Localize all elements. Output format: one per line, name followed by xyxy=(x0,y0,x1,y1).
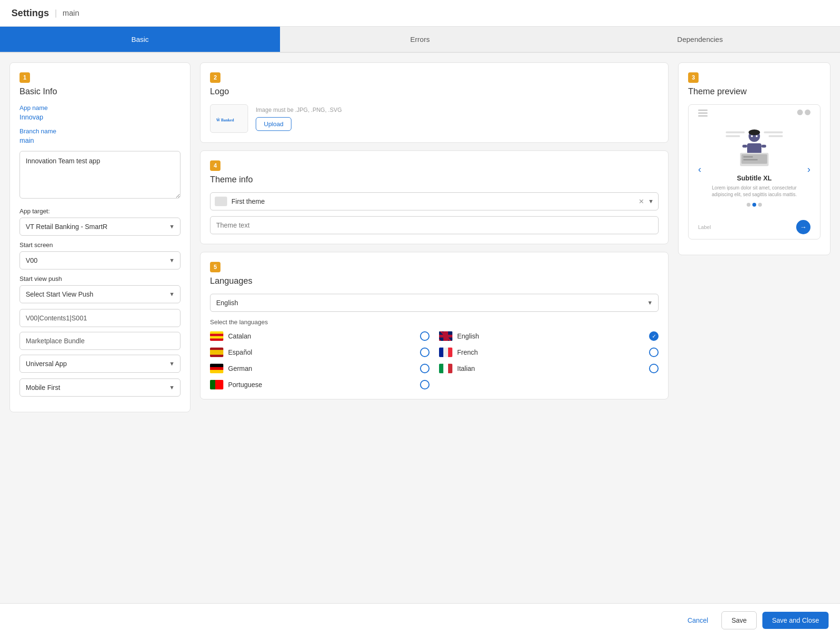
branch-name-value: main xyxy=(20,137,180,144)
preview-dot-2 xyxy=(752,203,756,207)
preview-text: Lorem ipsum dolor sit amet, consectetur … xyxy=(706,185,803,198)
language-select[interactable]: English xyxy=(210,294,659,312)
section-badge-2: 2 xyxy=(210,72,220,83)
description-textarea[interactable]: Innovation Team test app xyxy=(20,151,180,199)
mobile-first-wrapper: Mobile First ▼ xyxy=(20,378,180,397)
field2-input[interactable] xyxy=(20,332,180,350)
preview-circle-icon2 xyxy=(805,109,810,115)
flag-french xyxy=(439,348,452,357)
header-branch: main xyxy=(63,9,80,18)
lang-french-label: French xyxy=(457,348,644,356)
section-title-1: Basic Info xyxy=(20,87,180,97)
preview-next-button[interactable]: → xyxy=(796,220,810,234)
preview-menu-icon xyxy=(698,109,708,118)
upload-button[interactable]: Upload xyxy=(256,117,291,131)
theme-preview-container: ‹ xyxy=(688,104,820,239)
list-item: German xyxy=(210,364,430,373)
app-target-select[interactable]: VT Retail Banking - SmartR xyxy=(20,218,180,236)
tab-dependencies[interactable]: Dependencies xyxy=(560,27,840,52)
flag-catalan xyxy=(210,331,223,341)
preview-subtitle: Subtitle XL xyxy=(737,174,771,182)
preview-next-arrow-icon[interactable]: › xyxy=(807,164,810,175)
svg-rect-2 xyxy=(726,135,740,137)
start-screen-select[interactable]: V00 xyxy=(20,251,180,269)
logo-hint: Image must be .JPG, .PNG, .SVG xyxy=(256,107,342,113)
section-title-2: Logo xyxy=(210,87,659,97)
lang-catalan-radio[interactable] xyxy=(420,331,430,341)
lang-english-radio[interactable] xyxy=(649,331,659,341)
app-name-label: App name xyxy=(20,104,180,111)
preview-label: Label xyxy=(698,224,711,230)
theme-icon xyxy=(215,197,227,206)
app-target-wrapper: VT Retail Banking - SmartR ▼ xyxy=(20,218,180,236)
svg-rect-15 xyxy=(743,159,758,160)
svg-rect-14 xyxy=(743,156,753,158)
svg-rect-3 xyxy=(764,131,783,133)
flag-italian xyxy=(439,364,452,373)
languages-card: 5 Languages English ▼ Select the languag… xyxy=(200,252,669,399)
save-button[interactable]: Save xyxy=(721,611,757,629)
footer: Cancel Save Save and Close xyxy=(0,603,840,637)
language-dropdown-wrapper: English ▼ xyxy=(210,294,659,312)
left-column: 1 Basic Info App name Innovap Branch nam… xyxy=(10,62,190,594)
lang-portuguese-radio[interactable] xyxy=(420,380,430,389)
section-badge-1: 1 xyxy=(20,72,30,83)
lang-german-radio[interactable] xyxy=(420,364,430,373)
start-screen-wrapper: V00 ▼ xyxy=(20,251,180,269)
universal-app-select[interactable]: Universal App xyxy=(20,355,180,373)
cancel-button[interactable]: Cancel xyxy=(680,612,716,629)
svg-rect-1 xyxy=(726,131,745,133)
tab-basic[interactable]: Basic xyxy=(0,27,280,52)
svg-rect-9 xyxy=(747,143,761,154)
lang-french-radio[interactable] xyxy=(649,348,659,357)
theme-select[interactable]: First theme xyxy=(210,192,659,210)
middle-column: 2 Logo Ŵ Banked Image must be .JPG, .PNG… xyxy=(200,62,669,594)
svg-rect-4 xyxy=(769,135,783,137)
tab-errors[interactable]: Errors xyxy=(280,27,560,52)
theme-text-input[interactable] xyxy=(210,216,659,234)
list-item: Italian xyxy=(439,364,659,373)
logo-card: 2 Logo Ŵ Banked Image must be .JPG, .PNG… xyxy=(200,62,669,143)
lang-portuguese-label: Portuguese xyxy=(228,381,415,388)
section-badge-5: 5 xyxy=(210,262,220,272)
preview-top-icons xyxy=(693,109,815,118)
theme-clear-icon[interactable]: ✕ xyxy=(639,198,644,205)
preview-right-icons xyxy=(797,109,810,118)
section-badge-4: 4 xyxy=(210,160,220,171)
logo-upload-area: Ŵ Banked Image must be .JPG, .PNG, .SVG … xyxy=(210,104,659,133)
language-arrow-icon: ▼ xyxy=(647,299,653,306)
lang-catalan-label: Catalan xyxy=(228,332,415,340)
lang-italian-radio[interactable] xyxy=(649,364,659,373)
list-item: Portuguese xyxy=(210,380,430,389)
theme-info-card: 4 Theme info First theme ✕ ▼ xyxy=(200,150,669,244)
field1-input[interactable] xyxy=(20,309,180,327)
preview-content: Subtitle XL Lorem ipsum dolor sit amet, … xyxy=(701,122,808,216)
theme-select-wrapper: First theme ✕ ▼ xyxy=(210,192,659,210)
main-content: 1 Basic Info App name Innovap Branch nam… xyxy=(0,53,840,603)
lang-english-label: English xyxy=(457,332,644,340)
mobile-first-select[interactable]: Mobile First xyxy=(20,378,180,397)
svg-point-7 xyxy=(751,135,753,137)
svg-point-6 xyxy=(749,129,760,135)
svg-text:Ŵ Banked: Ŵ Banked xyxy=(216,118,234,122)
lang-espanol-radio[interactable] xyxy=(420,348,430,357)
preview-prev-arrow-icon[interactable]: ‹ xyxy=(698,164,701,175)
flag-german xyxy=(210,364,223,373)
start-view-push-select[interactable]: Select Start View Push xyxy=(20,285,180,303)
select-languages-label: Select the languages xyxy=(210,318,659,326)
page-title: Settings xyxy=(11,8,49,19)
preview-illustration xyxy=(726,127,783,169)
app-target-label: App target: xyxy=(20,208,180,215)
universal-app-wrapper: Universal App ▼ xyxy=(20,355,180,373)
section-title-3: Theme preview xyxy=(688,87,820,97)
section-title-5: Languages xyxy=(210,276,659,286)
preview-circle-icon1 xyxy=(797,109,803,115)
lang-german-label: German xyxy=(228,365,415,372)
preview-dot-3 xyxy=(758,203,762,207)
save-and-close-button[interactable]: Save and Close xyxy=(762,612,829,629)
start-view-push-wrapper: Select Start View Push ▼ xyxy=(20,285,180,303)
basic-info-card: 1 Basic Info App name Innovap Branch nam… xyxy=(10,62,190,412)
tab-bar: Basic Errors Dependencies xyxy=(0,27,840,53)
list-item: Español xyxy=(210,348,430,357)
flag-english xyxy=(439,331,452,341)
